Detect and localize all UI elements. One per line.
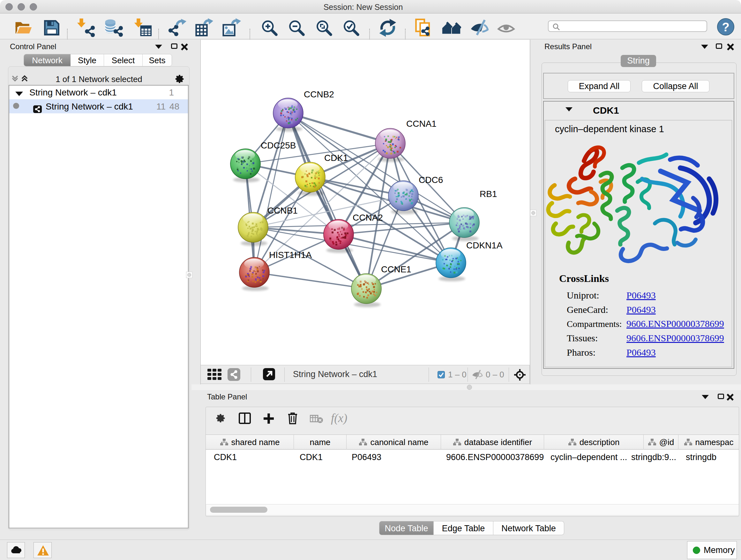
svg-text:RB1: RB1 — [480, 189, 497, 199]
svg-text:CDC25B: CDC25B — [261, 140, 296, 150]
svg-text:CCNA2: CCNA2 — [353, 212, 383, 223]
svg-text:CCNB1: CCNB1 — [267, 206, 298, 215]
svg-text:CCNA1: CCNA1 — [406, 119, 436, 129]
svg-text:CDKN1A: CDKN1A — [466, 240, 502, 250]
svg-text:HIST1H1A: HIST1H1A — [269, 250, 312, 260]
svg-text:CDK1: CDK1 — [324, 153, 348, 163]
svg-text:CCNE1: CCNE1 — [381, 264, 411, 274]
svg-text:CCNB2: CCNB2 — [304, 89, 334, 99]
svg-text:CDC6: CDC6 — [419, 175, 443, 185]
